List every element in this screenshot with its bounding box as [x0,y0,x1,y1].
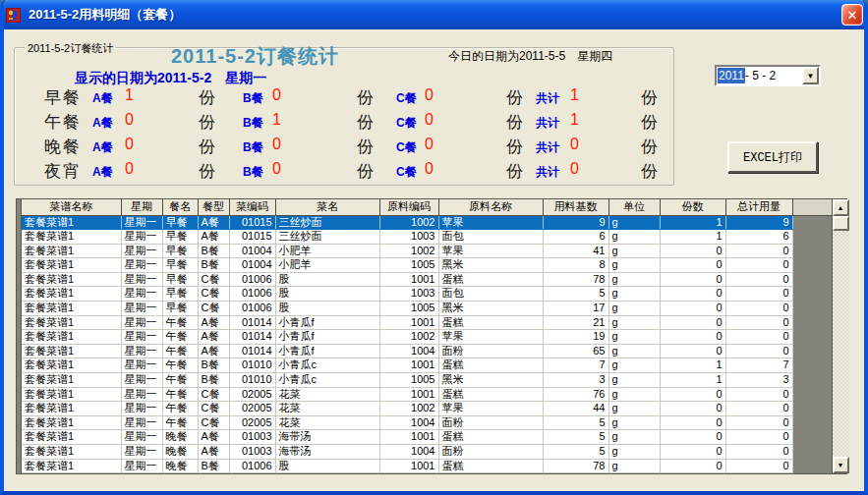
table-cell[interactable]: 1005 [379,302,438,316]
table-cell[interactable]: 小青瓜c [275,358,379,373]
table-cell[interactable]: 午餐 [162,373,198,388]
scroll-up-icon[interactable]: ▲ [833,199,849,216]
table-cell[interactable]: 小肥羊 [275,244,379,258]
table-cell[interactable]: B餐 [198,459,229,473]
table-cell[interactable]: 01015 [229,215,275,230]
table-cell[interactable]: g [608,258,660,273]
table-cell[interactable]: 0 [660,430,725,445]
table-cell[interactable]: 星期一 [121,445,162,460]
table-cell[interactable]: 早餐 [162,287,198,302]
column-header[interactable]: 总计用量 [725,199,792,215]
table-cell[interactable]: 0 [725,387,792,402]
table-cell[interactable]: 1 [660,373,725,388]
table-cell[interactable]: 黑米 [438,302,543,316]
table-cell[interactable]: g [608,387,660,402]
table-cell[interactable]: 星期一 [121,315,162,330]
table-cell[interactable]: g [608,430,660,445]
table-cell[interactable]: 星期一 [121,258,162,273]
table-cell[interactable]: 0 [725,272,792,287]
table-cell[interactable]: 02005 [229,415,275,430]
table-cell[interactable]: 套餐菜谱1 [22,287,121,302]
table-cell[interactable]: 1001 [379,272,438,287]
table-row[interactable]: 套餐菜谱1星期一午餐C餐02005花菜1001蛋糕76g00 [22,387,792,402]
table-cell[interactable]: 7 [725,358,792,373]
column-header[interactable]: 原料名称 [438,199,543,215]
table-cell[interactable]: 套餐菜谱1 [22,302,121,316]
table-cell[interactable]: 3 [725,373,792,388]
table-cell[interactable]: 0 [725,459,792,473]
table-cell[interactable]: 0 [725,258,792,273]
table-cell[interactable]: 0 [725,344,792,358]
table-cell[interactable]: 星期一 [121,244,162,258]
table-cell[interactable]: 01003 [229,445,275,460]
table-cell[interactable]: 午餐 [162,315,198,330]
table-cell[interactable]: A餐 [198,445,229,460]
table-cell[interactable]: A餐 [198,230,229,245]
table-cell[interactable]: 午餐 [162,387,198,402]
table-cell[interactable]: 1004 [379,445,438,460]
table-cell[interactable]: 76 [543,387,608,402]
table-cell[interactable]: 44 [543,402,608,416]
table-cell[interactable]: 1005 [379,258,438,273]
table-cell[interactable]: 小肥羊 [275,258,379,273]
table-cell[interactable]: 黑米 [438,373,543,388]
table-cell[interactable]: g [608,330,660,345]
table-cell[interactable]: 3 [543,373,608,388]
table-cell[interactable]: 苹果 [438,402,543,416]
table-cell[interactable]: 01004 [229,258,275,273]
table-cell[interactable]: 小青瓜c [275,373,379,388]
table-cell[interactable]: 0 [660,258,725,273]
table-cell[interactable]: 0 [660,315,725,330]
table-cell[interactable]: 0 [725,244,792,258]
combo-dropdown-icon[interactable]: ▼ [802,67,819,84]
table-row[interactable]: 套餐菜谱1星期一午餐A餐01014小青瓜f1001蛋糕21g00 [22,315,792,330]
table-cell[interactable]: 01006 [229,272,275,287]
table-cell[interactable]: 蛋糕 [438,358,543,373]
table-row[interactable]: 套餐菜谱1星期一早餐B餐01004小肥羊1002苹果41g00 [22,244,792,258]
table-cell[interactable]: 面粉 [438,344,543,358]
table-cell[interactable]: 午餐 [162,358,198,373]
table-cell[interactable]: 1002 [379,330,438,345]
scroll-down-icon[interactable]: ▼ [833,457,849,473]
table-cell[interactable]: 0 [660,302,725,316]
table-cell[interactable]: 早餐 [162,258,198,273]
table-cell[interactable]: 套餐菜谱1 [22,373,121,388]
table-cell[interactable]: 午餐 [162,330,198,345]
table-row[interactable]: 套餐菜谱1星期一午餐C餐02005花菜1004面粉5g00 [22,415,792,430]
table-cell[interactable]: 花菜 [275,387,379,402]
table-cell[interactable]: 1001 [379,358,438,373]
table-cell[interactable]: 晚餐 [162,459,198,473]
table-cell[interactable]: g [608,415,660,430]
table-cell[interactable]: 0 [660,402,725,416]
table-cell[interactable]: 套餐菜谱1 [22,244,121,258]
table-cell[interactable]: 0 [725,415,792,430]
table-row[interactable]: 套餐菜谱1星期一早餐A餐01015三丝炒面1002苹果9g19 [22,215,792,230]
table-cell[interactable]: 星期一 [121,459,162,473]
table-cell[interactable]: A餐 [198,430,229,445]
column-header[interactable]: 菜编码 [229,199,275,215]
column-header[interactable]: 星期 [121,199,162,215]
titlebar[interactable]: 2011-5-2用料明细（套餐） ✕ [0,0,868,29]
table-cell[interactable]: 0 [725,315,792,330]
table-cell[interactable]: 02005 [229,402,275,416]
table-cell[interactable]: 蛋糕 [438,430,543,445]
table-cell[interactable]: 晚餐 [162,430,198,445]
table-cell[interactable]: 1003 [379,230,438,245]
table-cell[interactable]: B餐 [198,258,229,273]
table-cell[interactable]: 5 [543,430,608,445]
table-cell[interactable]: 5 [543,445,608,460]
table-cell[interactable]: 0 [725,287,792,302]
table-cell[interactable]: 01010 [229,373,275,388]
table-cell[interactable]: 78 [543,459,608,473]
table-cell[interactable]: 41 [543,244,608,258]
table-cell[interactable]: 01014 [229,344,275,358]
table-cell[interactable]: 套餐菜谱1 [22,315,121,330]
table-cell[interactable]: 蛋糕 [438,387,543,402]
table-cell[interactable]: 套餐菜谱1 [22,459,121,473]
table-cell[interactable]: 0 [660,415,725,430]
table-cell[interactable]: 5 [543,415,608,430]
table-cell[interactable]: C餐 [198,302,229,316]
table-cell[interactable]: 01015 [229,230,275,245]
table-cell[interactable]: 1003 [379,287,438,302]
table-cell[interactable]: 01010 [229,358,275,373]
